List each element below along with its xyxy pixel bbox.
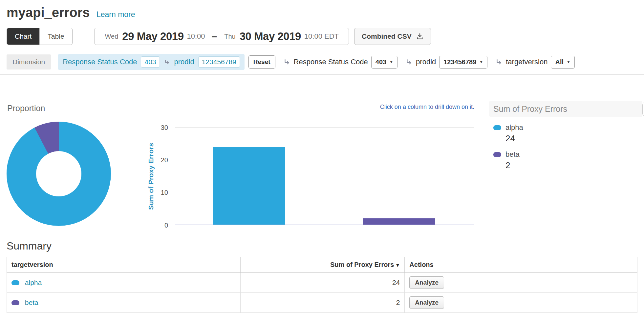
collapsed-panel-edge[interactable] [642,102,644,116]
column-header-label: Sum of Proxy Errors [330,261,394,268]
analyze-button[interactable]: Analyze [409,296,444,309]
drilldown-group-3: targetversion All ▼ [495,56,575,69]
legend-item-beta[interactable]: beta [493,150,637,159]
value-cell: 24 [240,273,405,293]
breadcrumb-value-2[interactable]: 123456789 [198,56,240,68]
alpha-link[interactable]: alpha [25,279,42,286]
combined-csv-label: Combined CSV [362,32,412,40]
y-axis-label: Sum of Proxy Errors [147,143,155,210]
actions-cell: Analyze [405,293,637,313]
drilldown-label-prodid: prodid [416,58,436,66]
dimension-label: Dimension [7,54,51,70]
donut-chart[interactable] [7,122,111,226]
legend-item-value: 24 [505,133,637,144]
legend-item-alpha[interactable]: alpha [493,123,637,132]
end-time: 10:00 EDT [304,32,339,41]
y-tick-0: 0 [147,221,168,229]
column-header-targetversion: targetversion [7,257,241,273]
page-title: myapi_errors [7,5,90,20]
end-date: 30 May 2019 [240,30,301,43]
breadcrumb-value-1[interactable]: 403 [141,56,160,68]
drilldown-group-2: prodid 123456789 ▼ [405,56,487,69]
prodid-select[interactable]: 123456789 ▼ [439,56,487,69]
beta-swatch [493,152,501,157]
drilldown-arrow-icon [405,58,413,66]
alpha-swatch [493,125,501,130]
reset-button[interactable]: Reset [248,55,275,69]
chevron-down-icon: ▼ [479,60,483,64]
download-icon [416,33,423,40]
legend-header: Sum of Proxy Errors [489,101,642,117]
date-range-picker[interactable]: Wed 29 May 2019 10:00 – Thu 30 May 2019 … [94,28,349,45]
bar-chart-plot [175,128,474,225]
bar-alpha[interactable] [213,147,285,225]
column-header-sum-proxy-errors[interactable]: Sum of Proxy Errors▼ [240,257,405,273]
filter-breadcrumb: Response Status Code 403 prodid 12345678… [58,54,245,70]
drilldown-group-1: Response Status Code 403 ▼ [283,56,398,69]
proportion-label: Proportion [7,104,45,113]
table-row: alpha 24 Analyze [7,273,637,293]
summary-table: targetversion Sum of Proxy Errors▼ Actio… [7,257,637,313]
status-code-select[interactable]: 403 ▼ [371,56,397,69]
drilldown-arrow-icon [164,59,170,65]
value-cell: 2 [240,293,405,313]
drilldown-label-targetversion: targetversion [506,58,547,66]
table-view-button[interactable]: Table [39,28,72,45]
summary-heading: Summary [7,240,644,252]
start-day: Wed [105,33,118,40]
sort-desc-icon: ▼ [396,263,400,268]
targetversion-select-value: All [555,58,564,66]
targetversion-cell: beta [7,293,241,313]
analyze-button[interactable]: Analyze [409,276,444,289]
table-row: beta 2 Analyze [7,293,637,313]
legend-item-value: 2 [505,160,637,170]
column-header-actions: Actions [405,257,637,273]
gridline [175,128,474,128]
beta-swatch [11,300,19,305]
y-tick-20: 20 [147,156,168,164]
drilldown-arrow-icon [495,58,503,66]
view-toggle: Chart Table [7,28,73,45]
divider [0,74,644,75]
status-code-select-value: 403 [376,58,386,66]
legend-panel: Sum of Proxy Errors alpha 24 beta 2 [489,101,637,170]
breadcrumb-dimension-1[interactable]: Response Status Code [63,58,137,66]
end-day: Thu [224,33,235,40]
date-range-separator: – [212,31,217,42]
x-axis-baseline [175,225,474,225]
charts-section: Proportion Sum of Proxy Errors 30 20 10 … [7,101,637,232]
y-tick-10: 10 [147,189,168,196]
bar-beta[interactable] [363,218,435,225]
start-date: 29 May 2019 [122,30,183,43]
beta-link[interactable]: beta [25,299,38,306]
learn-more-link[interactable]: Learn more [97,10,135,19]
page-header: myapi_errors Learn more [0,0,644,20]
drilldown-label-status-code: Response Status Code [294,58,368,66]
prodid-select-value: 123456789 [443,58,476,66]
combined-csv-button[interactable]: Combined CSV [354,28,431,45]
targetversion-cell: alpha [7,273,241,293]
y-tick-30: 30 [147,124,168,131]
actions-cell: Analyze [405,273,637,293]
breadcrumb-dimension-2[interactable]: prodid [174,58,194,66]
chart-view-button[interactable]: Chart [7,28,39,45]
alpha-swatch [11,280,19,285]
legend-title: Sum of Proxy Errors [493,104,567,114]
toolbar: Chart Table Wed 29 May 2019 10:00 – Thu … [7,28,637,45]
legend-item-label: beta [505,150,520,159]
drilldown-hint[interactable]: Click on a column to drill down on it. [175,104,474,110]
table-header-row: targetversion Sum of Proxy Errors▼ Actio… [7,257,637,273]
legend-item-label: alpha [505,123,523,132]
chevron-down-icon: ▼ [567,60,570,64]
start-time: 10:00 [187,32,205,41]
targetversion-select[interactable]: All ▼ [551,56,574,69]
filter-bar: Dimension Response Status Code 403 prodi… [7,54,637,70]
drilldown-arrow-icon [283,58,290,66]
chevron-down-icon: ▼ [389,60,393,64]
